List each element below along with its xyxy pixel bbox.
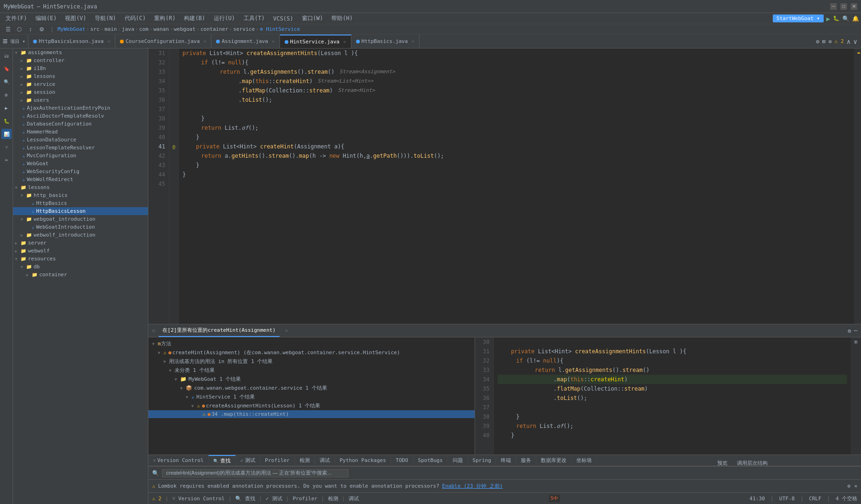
run-config[interactable]: StartWebGoat ▾	[773, 14, 824, 22]
tree-item-asciidoctor[interactable]: ☕ AsciiDoctorTemplateResolv	[13, 112, 148, 120]
minimize-button[interactable]: ─	[830, 3, 837, 10]
tree-item-webgoat[interactable]: ☕ WebGoat	[13, 160, 148, 168]
bottom-code-lines[interactable]: private List<Hint> createAssignmentHints…	[494, 337, 851, 455]
notif-close[interactable]: ✕	[854, 483, 857, 489]
notifications[interactable]: 🔔	[852, 15, 859, 22]
terminal-icon[interactable]: ⌨	[1, 155, 12, 165]
breadcrumb-com[interactable]: com	[139, 26, 148, 32]
menu-vcs[interactable]: VCS(S)	[269, 14, 297, 23]
breadcrumb-hintservice[interactable]: ⚙ HintService	[260, 26, 300, 32]
menu-view[interactable]: 视图(V)	[61, 14, 90, 23]
find-settings[interactable]: ⚙	[848, 328, 851, 334]
search-input[interactable]	[162, 469, 349, 477]
tree-item-container-res[interactable]: ▶ 📁 container	[13, 271, 148, 279]
breadcrumb-mywebgoat[interactable]: MyWebGoat	[57, 26, 85, 32]
status-indent[interactable]: 4 个空格	[836, 495, 857, 502]
title-bar-controls[interactable]: ─ □ ✕	[830, 3, 857, 10]
tab-close-httpbasicslesson[interactable]: ✕	[107, 39, 110, 44]
settings-icon[interactable]: ⚙	[1, 90, 12, 100]
tree-item-session[interactable]: ▶ 📁 session	[13, 88, 148, 96]
btab-versioncontrol[interactable]: ⑂ Version Control	[148, 455, 209, 466]
toolbar-btn2[interactable]: ↕	[25, 24, 35, 35]
tree-item-webwolf-intro[interactable]: ▶ 📁 webwolf_introduction	[13, 231, 148, 239]
tree-item-hammerhead[interactable]: ☕ HammerHead	[13, 128, 148, 136]
notif-settings[interactable]: ⚙	[847, 483, 851, 489]
btab-spring[interactable]: Spring	[468, 455, 497, 466]
tab-hintservice[interactable]: HintService.java ✕	[280, 35, 351, 48]
breadcrumb-container[interactable]: container	[200, 26, 228, 32]
bookmarks-icon[interactable]: 🔖	[1, 63, 12, 74]
tree-item-websecurityconfig[interactable]: ☕ WebSecurityConfig	[13, 168, 148, 175]
menu-build[interactable]: 构建(B)	[180, 14, 209, 23]
close-button[interactable]: ✕	[851, 3, 857, 10]
tree-item-lessondatasource[interactable]: ☕ LessonDataSource	[13, 136, 148, 144]
find-item-usages[interactable]: ▼ 用法或基方法的用法 in 所有位置 1 个结果	[148, 357, 475, 366]
tree-item-webgoatintro-file[interactable]: ☕ WebGoatIntroduction	[13, 223, 148, 231]
breadcrumb-service[interactable]: service	[233, 26, 255, 32]
btab-service[interactable]: 服务	[516, 455, 536, 466]
tree-item-http-basics[interactable]: ▼ 📁 http_basics	[13, 191, 148, 199]
tab-close-courseconfiguration[interactable]: ✕	[203, 39, 206, 44]
status-debug[interactable]: 调试	[349, 495, 359, 502]
status-warning-count[interactable]: ⚠ 2	[152, 496, 161, 502]
tree-item-httpbasics-file[interactable]: ☕ HttpBasics	[13, 199, 148, 207]
status-profiler[interactable]: Profiler	[293, 496, 317, 502]
status-detect[interactable]: 检测	[328, 495, 338, 502]
notif-enable-link[interactable]: Enable (23 分钟 之前)	[442, 483, 503, 490]
tree-item-lessontemplateresolver[interactable]: ☕ LessonTemplateResolver	[13, 144, 148, 152]
breadcrumb-wanan[interactable]: wanan	[154, 26, 169, 32]
btab-spotbugs[interactable]: SpotBugs	[413, 455, 448, 466]
find-item-unclassified[interactable]: ▼ 未分类 1 个结果	[148, 366, 475, 375]
tree-item-dbconfig[interactable]: ☕ DatabaseConfiguration	[13, 120, 148, 128]
menu-file[interactable]: 文件(F)	[2, 14, 31, 23]
tree-item-lessons[interactable]: ▶ 📁 lessons	[13, 72, 148, 80]
structure-icon[interactable]: 🗂	[1, 50, 12, 61]
btab-python-packages[interactable]: Python Packages	[335, 455, 391, 466]
menu-nav[interactable]: 导航(N)	[91, 14, 120, 23]
find-section-methods[interactable]: ▼ m 方法	[148, 339, 475, 348]
find-item-createassignmenthints[interactable]: ▼ ⚠ ● createAssignmentHints(Lesson) 1 个结…	[148, 401, 475, 410]
tree-item-i18n[interactable]: ▶ 📁 i18n	[13, 64, 148, 72]
tree-item-server[interactable]: ▶ 📁 server	[13, 239, 148, 247]
btab-profiler[interactable]: Profiler	[260, 455, 295, 466]
menu-edit[interactable]: 编辑(E)	[32, 14, 61, 23]
tab-assignment[interactable]: Assignment.java ✕	[211, 35, 280, 48]
code-editor[interactable]: private List<Hint> createAssignmentHints…	[179, 49, 854, 324]
btab-dbchanges[interactable]: 数据库更改	[536, 455, 572, 466]
status-encoding[interactable]: UTF-8	[779, 496, 795, 502]
scroll-up[interactable]: ∧	[847, 38, 850, 45]
btab-detect[interactable]: 检测	[295, 455, 315, 466]
menu-tools[interactable]: 工具(T)	[240, 14, 269, 23]
warning-indicator[interactable]: ⚠ 2	[834, 38, 844, 44]
breadcrumb-src[interactable]: src	[90, 26, 99, 32]
breadcrumb-main[interactable]: main	[105, 26, 117, 32]
find-item-mapline[interactable]: ⚠ ● 34 .map(this::createHint)	[148, 410, 475, 418]
status-test[interactable]: ✓ 测试	[266, 495, 282, 502]
toolbar-project-view[interactable]: ☰	[3, 24, 13, 35]
tab-action-settings[interactable]: ⚙	[816, 38, 819, 45]
btab-test[interactable]: ✓ 测试	[236, 455, 260, 466]
status-ime[interactable]: S中	[549, 495, 560, 502]
btab-find[interactable]: 🔍 查找	[209, 455, 236, 466]
tree-item-db[interactable]: ▼ 📁 db	[13, 263, 148, 271]
hierarchy-icon[interactable]: 📊	[1, 129, 12, 139]
bottom-copy-icon[interactable]: ⊞	[854, 339, 857, 344]
tab-close-httpbasics[interactable]: ✕	[412, 39, 414, 44]
find-item-hintservice[interactable]: ▼ ☕ HintService 1 个结果	[148, 392, 475, 401]
btab-issues[interactable]: 问题	[448, 455, 468, 466]
btab-todo[interactable]: TODO	[391, 455, 413, 466]
breadcrumb-java[interactable]: java	[122, 26, 134, 32]
maximize-button[interactable]: □	[840, 3, 847, 10]
find-close[interactable]: ─	[854, 328, 857, 334]
tab-courseconfiguration[interactable]: CourseConfiguration.java ✕	[115, 35, 211, 48]
status-git[interactable]: ⑂ Version Control	[172, 496, 225, 502]
menu-refactor[interactable]: 重构(R)	[150, 14, 179, 23]
close-find-tab[interactable]: ✕	[285, 328, 288, 334]
tab-httpbasics[interactable]: HttpBasics.java ✕	[351, 35, 420, 48]
tree-item-ajaxauth[interactable]: ☕ AjaxAuthenticationEntryPoin	[13, 104, 148, 112]
tree-item-resources[interactable]: ▼ 📁 resources	[13, 255, 148, 263]
git-icon[interactable]: ⑂	[1, 142, 12, 152]
tree-item-lessons-root[interactable]: ▼ 📁 lessons	[13, 183, 148, 191]
tree-item-webwolfredirect[interactable]: ☕ WebWolfRedirect	[13, 175, 148, 183]
tab-close-assignment[interactable]: ✕	[272, 39, 275, 44]
